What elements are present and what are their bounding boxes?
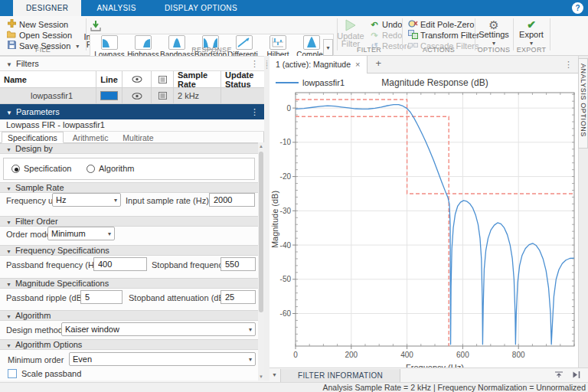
input-sample-rate-field[interactable] <box>209 193 255 207</box>
passband-ripple-field[interactable] <box>80 290 122 304</box>
tab-specifications[interactable]: Specifications <box>2 132 64 143</box>
collapse-triangle-icon[interactable]: ▼ <box>6 61 12 68</box>
frequency-units-select[interactable]: Hz▾ <box>52 193 121 207</box>
parameters-scrollbar[interactable]: ▲ ▼ <box>258 142 264 381</box>
order-mode-select[interactable]: Minimum▾ <box>47 227 115 240</box>
close-icon[interactable]: × <box>355 60 360 69</box>
minimum-order-select[interactable]: Even▾ <box>69 352 256 366</box>
col-update-status[interactable]: Update Status <box>221 71 264 88</box>
filter-section-label: FILTER <box>337 46 401 54</box>
passband-ripple-label: Passband ripple (dB) <box>6 293 85 302</box>
col-sample-rate[interactable]: Sample Rate <box>174 71 221 88</box>
settings-button[interactable]: ⚙ Settings ▾ <box>476 19 511 47</box>
col-name[interactable]: Name <box>0 71 96 88</box>
doc-tab-magnitude[interactable]: 1 (active): Magnitude× <box>270 56 368 74</box>
legend-cell legend-icon[interactable] <box>152 88 174 104</box>
tab-designer[interactable]: DESIGNER <box>13 0 81 16</box>
tab-arithmetic[interactable]: Arithmetic <box>67 132 114 144</box>
design-by-section-header[interactable]: ▼Design by <box>0 143 259 154</box>
passband-frequency-field[interactable] <box>93 257 147 271</box>
plot-panel: 1 (active): Magnitude× + ⋮ lowpassfir1 0… <box>270 56 578 381</box>
filter-information-bar: ▼ FILTER INFORMATION <box>270 368 588 382</box>
magnitude-specs-section-header[interactable]: ▼Magnitude Specifications <box>0 278 259 289</box>
sample-rate-section-header[interactable]: ▼Sample Rate <box>0 182 259 193</box>
y-axis-label: Magnitude (dB) <box>270 191 279 248</box>
tab-multirate[interactable]: Multirate <box>117 132 158 144</box>
panel-splitter[interactable]: ⁞⁞ <box>264 56 270 381</box>
col-line[interactable]: Line <box>96 71 122 88</box>
transform-filter-button[interactable]: Transform Filter <box>407 30 479 40</box>
ribbon: New Session Open Session Save Session ▾ … <box>0 16 588 56</box>
collapse-right-icon[interactable] <box>572 371 580 381</box>
line-color-swatch[interactable] <box>100 91 118 100</box>
magnitude-response-chart[interactable]: 02004006008000-10-20-30-40-50-60Magnitud… <box>270 74 578 381</box>
algorithm-section-header[interactable]: ▼Algorithm <box>0 310 259 321</box>
algorithm-options-section-header[interactable]: ▼Algorithm Options <box>0 339 259 350</box>
chevron-down-icon: ▾ <box>249 324 252 336</box>
chart-title: Magnitude Response (dB) <box>381 77 488 88</box>
filter-table-row[interactable]: lowpassfir1 2 kHz <box>0 88 264 104</box>
add-tab-button[interactable]: + <box>376 57 382 69</box>
app-tab-bar: DESIGNER ANALYSIS DISPLAY OPTIONS ? <box>0 0 588 16</box>
input-sample-rate-label: Input sample rate (Hz) <box>126 196 209 205</box>
new-session-icon <box>6 19 17 30</box>
transform-filter-icon <box>407 30 418 41</box>
filters-menu-icon[interactable]: ⋮ <box>250 57 259 71</box>
passband-frequency-label: Passband frequency (Hz) <box>6 260 101 270</box>
radio-algorithm[interactable]: Algorithm <box>87 164 134 173</box>
line-color-cell[interactable] <box>96 88 122 104</box>
filters-panel-header[interactable]: ▼Filters ⋮ <box>0 56 264 71</box>
frequency-specs-section-header[interactable]: ▼Frequency Specifications <box>0 245 259 256</box>
export-button[interactable]: ✔ Export ▾ <box>514 19 548 47</box>
actions-section-label: ACTIONS <box>403 46 474 54</box>
analysis-options-tab[interactable]: ANALYSIS OPTIONS <box>578 58 588 149</box>
stopband-attenuation-field[interactable] <box>220 290 256 304</box>
filter-order-section-header[interactable]: ▼Filter Order <box>0 216 259 227</box>
undo-button[interactable]: ↶Undo <box>369 19 402 29</box>
stopband-frequency-field[interactable] <box>220 257 256 271</box>
col-visibility eye-icon[interactable] <box>122 71 152 88</box>
stopband-attenuation-label: Stopband attenuation (dB) <box>129 293 227 302</box>
visibility-cell eye-icon[interactable] <box>122 88 152 104</box>
svg-text:-30: -30 <box>280 207 292 215</box>
divider <box>475 18 475 51</box>
options-section-label: OPTIONS <box>476 46 511 54</box>
parameters-menu-icon[interactable]: ⋮ <box>250 105 259 119</box>
filter-information-tab[interactable]: FILTER INFORMATION <box>280 369 400 383</box>
svg-text:-60: -60 <box>280 309 292 318</box>
update-status-value <box>221 88 264 104</box>
response-curve <box>296 105 574 345</box>
svg-text:-10: -10 <box>280 138 292 146</box>
folder-icon <box>6 31 17 41</box>
col-legend legend-icon[interactable] <box>152 71 174 88</box>
doc-tab-menu-icon[interactable]: ⋮ <box>564 56 573 74</box>
scrollbar-thumb[interactable] <box>259 152 263 312</box>
svg-text:400: 400 <box>400 351 413 359</box>
collapse-triangle-icon[interactable]: ▼ <box>6 109 12 116</box>
tab-analysis[interactable]: ANALYSIS <box>84 0 149 16</box>
chevron-down-icon: ▾ <box>108 228 111 240</box>
lower-spec-mask <box>296 116 449 346</box>
divider <box>402 18 403 51</box>
tab-display-options[interactable]: DISPLAY OPTIONS <box>152 0 250 16</box>
status-text: Analysis Sample Rate = 2 kHz | Frequency… <box>322 383 586 392</box>
design-method-select[interactable]: Kaiser window▾ <box>61 322 256 336</box>
check-icon: ✔ <box>527 18 536 31</box>
help-icon[interactable]: ? <box>572 2 583 14</box>
minimum-order-label: Minimum order <box>8 355 64 364</box>
collapse-triangle-icon[interactable]: ▼ <box>272 372 277 377</box>
scale-passband-checkbox[interactable]: Scale passband <box>8 369 81 378</box>
filters-table-header: Name Line Sample Rate Update Status <box>0 71 264 88</box>
filter-name[interactable]: lowpassfir1 <box>0 88 96 104</box>
chevron-down-icon: ▾ <box>249 354 252 366</box>
radio-specification[interactable]: Specification <box>11 164 71 173</box>
parameters-panel-header[interactable]: ▼Parameters ⋮ <box>0 104 264 119</box>
edit-pole-zero-button[interactable]: Edit Pole-Zero <box>407 19 474 29</box>
expand-panel-icon[interactable] <box>554 371 564 381</box>
upper-spec-mask <box>296 100 574 194</box>
redo-button[interactable]: ↷Redo <box>369 30 402 40</box>
update-filter-button[interactable]: Update Filter <box>335 19 366 47</box>
checkbox-icon[interactable] <box>8 369 17 378</box>
design-method-label: Design method <box>6 325 63 335</box>
svg-text:0: 0 <box>286 104 291 113</box>
